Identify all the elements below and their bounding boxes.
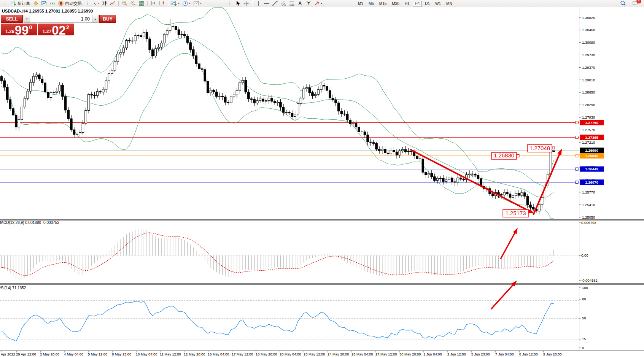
candle [454,182,456,182]
tile-windows-icon[interactable] [138,0,145,6]
zoom-out-icon[interactable] [130,0,136,6]
horizontal-line-icon[interactable] [264,0,270,6]
auto-trading-icon[interactable] [58,0,64,6]
timeframe-m1[interactable]: M1 [356,1,366,6]
volume-increase-button[interactable]: ▲ [92,15,98,22]
level-price-label[interactable]: 1.26830 [491,152,517,159]
timeframe-m5[interactable]: M5 [366,1,376,6]
buy-button[interactable]: BUY [99,15,116,23]
trendline-icon[interactable] [272,0,278,6]
charts-window-icon[interactable] [41,0,47,6]
chevron-down-icon[interactable]: ▼ [178,2,180,5]
bollinger-layer [2,8,554,219]
zoom-in-icon[interactable] [122,0,128,6]
line-anchor-marker[interactable] [576,121,578,124]
line-chart-icon[interactable] [110,0,116,6]
vertical-line-icon[interactable] [255,0,261,6]
volume-decrease-button[interactable]: ▼ [24,15,30,22]
candle [320,85,323,90]
label-anchor-marker[interactable] [517,155,519,157]
timeframe-mn[interactable]: MN [444,1,455,6]
periods-icon[interactable] [182,0,188,6]
timeframe-h4[interactable]: H4 [413,1,422,6]
candle [140,35,142,37]
toolbar-separator [118,1,119,6]
uptrend-arrow[interactable] [533,149,562,215]
timeframe-m30[interactable]: M30 [390,1,401,6]
candle [207,81,209,93]
swing-high-price-label[interactable]: 1.27048 [528,144,552,152]
candle [160,43,162,47]
auto-scroll-icon[interactable] [151,0,157,6]
price-badge-1.26990: 1.26990 [580,148,604,153]
line-anchor-marker[interactable] [576,168,578,170]
candle [9,100,11,109]
indicators-icon[interactable] [171,0,177,6]
candle [6,87,9,99]
candle [399,151,401,155]
text-icon[interactable]: A [297,0,303,6]
candle [216,92,218,96]
time-tick-label: 5 May 12:00 [88,352,107,356]
price-tick-label: 1.29010 [582,78,595,82]
chevron-down-icon[interactable]: ▼ [320,2,323,5]
candle [259,99,261,101]
bar-chart-icon[interactable] [93,0,99,6]
candle [265,100,267,101]
svg-text:1.26830: 1.26830 [494,152,514,159]
candle [91,94,93,95]
candle [355,123,357,127]
macd-up-arrow[interactable] [501,228,518,259]
candle [50,92,52,97]
line-anchor-marker[interactable] [576,136,578,139]
rsi-axis-label: 100 [582,286,588,290]
candle [291,113,293,117]
timeframe-h1[interactable]: H1 [402,1,412,6]
line-anchor-marker[interactable] [576,181,578,184]
candle [64,97,67,110]
toolbar-separator [353,1,354,6]
search-icon[interactable] [620,0,626,6]
time-tick-label: 8 May 23:00 [112,352,131,356]
timeframe-d1[interactable]: D1 [423,1,432,6]
line-anchor-marker[interactable] [576,154,578,157]
candle [157,47,160,49]
new-order-label[interactable]: 新订单 [17,1,30,6]
auto-trading-label[interactable]: 自动交易 [65,1,82,6]
candle [253,100,256,103]
chevron-down-icon[interactable]: ▼ [189,2,191,5]
timeframe-w1[interactable]: W1 [433,1,443,6]
fibonacci-icon[interactable]: F [289,0,295,6]
price-tick-label: 1.29370 [582,65,595,70]
time-tick-label: 9 Jun 20:00 [543,352,562,356]
chevron-down-icon[interactable]: ▼ [200,2,202,5]
sell-button[interactable]: SELL [1,15,23,23]
label-anchor-marker[interactable] [552,147,555,149]
cursor-icon[interactable] [235,0,241,6]
crosshair-icon[interactable] [243,0,249,6]
grip-icon [2,0,8,6]
candlestick-chart-icon[interactable] [101,0,107,6]
equidistant-channel-icon[interactable]: E [280,0,286,6]
sell-price-display[interactable]: 1.26 99 0 [1,24,37,35]
timeframe-m15[interactable]: M15 [377,1,389,6]
rsi-up-arrow[interactable] [491,281,517,309]
signals-icon[interactable] [49,0,56,6]
candle [35,75,38,76]
candle [117,54,119,62]
toolbar-drawing-group: EFAT▼ [225,0,324,7]
volume-input[interactable] [30,15,92,22]
candle [285,112,288,113]
arrows-icon[interactable] [314,0,320,6]
swing-low-price-label[interactable]: 1.25173 [503,209,528,217]
templates-icon[interactable] [193,0,199,6]
new-order-icon[interactable] [10,0,16,6]
candle [381,149,383,151]
buy-price-display[interactable]: 1.27 02 2 [38,24,74,35]
text-label-icon[interactable]: T [305,0,312,6]
price-badge-1.26070: 1.26070 [580,179,604,185]
svg-text:A: A [299,1,302,6]
chart-shift-icon[interactable] [159,0,165,6]
comments-button[interactable]: 1 [631,0,639,6]
profiles-icon[interactable] [33,0,39,6]
